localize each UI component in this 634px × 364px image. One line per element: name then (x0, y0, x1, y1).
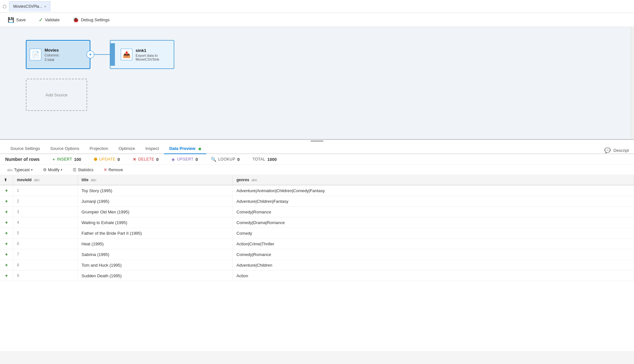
row-title-3: Waiting to Exhale (1995) (77, 217, 232, 228)
insert-stat: + INSERT 100 (53, 157, 81, 162)
row-plus-8[interactable]: + (0, 271, 13, 281)
table-row: + 4 Waiting to Exhale (1995) Comedy|Dram… (0, 217, 634, 228)
total-value: 1000 (267, 157, 277, 162)
row-movieid-3: 4 (13, 217, 77, 228)
title-bar: ⬡ MoviesCSVPla... × (0, 0, 634, 13)
source-node-add[interactable]: + (87, 51, 94, 58)
remove-button[interactable]: ✕ Remove (102, 167, 125, 173)
app-icon: ⬡ (3, 4, 6, 9)
validate-button[interactable]: ✓ Validate (36, 15, 62, 24)
row-movieid-7: 8 (13, 260, 77, 271)
description-label: Descript (613, 148, 629, 153)
row-plus-5[interactable]: + (0, 239, 13, 249)
row-genres-4: Comedy (232, 228, 634, 239)
sink-node-title: sink1 (136, 48, 170, 53)
row-movieid-6: 7 (13, 249, 77, 260)
row-plus-4[interactable]: + (0, 228, 13, 239)
row-plus-7[interactable]: + (0, 260, 13, 271)
modify-chevron-icon: ▾ (61, 168, 62, 172)
update-stat: UPDATE 0 (94, 157, 120, 162)
modify-icon: ⚙ (43, 167, 47, 172)
modify-button[interactable]: ⚙ Modify ▾ (41, 167, 64, 173)
tab-data-preview[interactable]: Data Preview (164, 143, 206, 154)
sink-node-desc: Export data to MovieCSVSink (136, 54, 170, 61)
row-title-6: Sabrina (1995) (77, 249, 232, 260)
checkmark-icon: ✓ (39, 17, 43, 23)
row-genres-1: Adventure|Children|Fantasy (232, 196, 634, 207)
row-genres-7: Adventure|Children (232, 260, 634, 271)
lookup-icon: 🔍 (211, 157, 216, 162)
num-rows-stat: Number of rows (5, 157, 40, 162)
col-header-movieid[interactable]: movieId abc (13, 175, 77, 185)
tab-optimize[interactable]: Optimize (113, 143, 140, 154)
row-title-4: Father of the Bride Part II (1995) (77, 228, 232, 239)
typecast-icon: abc (7, 168, 13, 172)
data-table-wrap: ⬆ movieId abc title abc genres abc (0, 175, 634, 351)
delete-stat: ✕ DELETE 0 (133, 157, 158, 162)
row-plus-1[interactable]: + (0, 196, 13, 207)
row-title-7: Tom and Huck (1995) (77, 260, 232, 271)
table-row: + 3 Grumpier Old Men (1995) Comedy|Roman… (0, 207, 634, 217)
row-plus-0[interactable]: + (0, 185, 13, 196)
tab-source-settings[interactable]: Source Settings (5, 143, 45, 154)
row-plus-6[interactable]: + (0, 249, 13, 260)
tab-movies-csv[interactable]: MoviesCSVPla... × (9, 1, 50, 12)
table-row: + 5 Father of the Bride Part II (1995) C… (0, 228, 634, 239)
statistics-button[interactable]: ☰ Statistics (71, 167, 95, 173)
row-genres-2: Comedy|Romance (232, 207, 634, 217)
statistics-icon: ☰ (73, 167, 77, 172)
typecast-button[interactable]: abc Typecast ▾ (5, 167, 35, 173)
debug-settings-button[interactable]: 🐞 Debug Settings (70, 15, 112, 24)
save-button[interactable]: 💾 Save (5, 15, 28, 24)
data-toolbar: abc Typecast ▾ ⚙ Modify ▾ ☰ Statistics ✕… (0, 165, 634, 175)
debug-icon: 🐞 (73, 17, 79, 23)
row-title-1: Jumanji (1995) (77, 196, 232, 207)
row-genres-6: Comedy|Romance (232, 249, 634, 260)
col-header-genres[interactable]: genres abc (232, 175, 634, 185)
row-title-2: Grumpier Old Men (1995) (77, 207, 232, 217)
tab-inspect[interactable]: Inspect (140, 143, 164, 154)
row-genres-8: Action (232, 271, 634, 281)
table-row: + 2 Jumanji (1995) Adventure|Children|Fa… (0, 196, 634, 207)
insert-label: INSERT (57, 157, 72, 162)
remove-icon: ✕ (104, 167, 107, 172)
insert-value: 100 (74, 157, 81, 162)
table-row: + 9 Sudden Death (1995) Action (0, 271, 634, 281)
delete-value: 0 (156, 157, 158, 162)
canvas-scrollbar[interactable] (631, 27, 634, 139)
source-node-title: Movies (45, 48, 59, 53)
row-plus-2[interactable]: + (0, 207, 13, 217)
tabs-right: 💬 Descript (604, 147, 629, 153)
sink-node-icon: 📤 (121, 49, 132, 60)
tab-projection[interactable]: Projection (84, 143, 113, 154)
toolbar: 💾 Save ✓ Validate 🐞 Debug Settings (0, 13, 634, 27)
source-node-col-label: Columns: (45, 53, 59, 57)
add-source-button[interactable]: Add Source (26, 79, 87, 111)
row-plus-3[interactable]: + (0, 217, 13, 228)
delete-icon: ✕ (133, 157, 136, 162)
source-node-icon: 📄 (30, 49, 41, 60)
source-node-info: Movies Columns: 3 total (45, 48, 59, 62)
row-movieid-4: 5 (13, 228, 77, 239)
save-icon: 💾 (8, 17, 14, 23)
delete-label: DELETE (138, 157, 154, 162)
total-stat: TOTAL 1000 (252, 157, 277, 162)
source-node[interactable]: 📄 Movies Columns: 3 total + (26, 40, 90, 69)
close-icon[interactable]: × (44, 5, 46, 8)
update-icon (94, 158, 97, 161)
tab-source-options[interactable]: Source Options (45, 143, 85, 154)
stats-bar: Number of rows + INSERT 100 UPDATE 0 ✕ D… (0, 154, 634, 165)
typecast-chevron-icon: ▾ (31, 168, 33, 172)
col-header-title[interactable]: title abc (77, 175, 232, 185)
upsert-label: UPSERT (177, 157, 193, 162)
row-genres-5: Action|Crime|Thriller (232, 239, 634, 249)
sort-icon: ⬆ (4, 178, 7, 182)
update-value: 0 (118, 157, 120, 162)
upsert-value: 0 (196, 157, 198, 162)
chat-icon: 💬 (604, 147, 611, 153)
tabs-bar: Source Settings Source Options Projectio… (0, 140, 634, 154)
row-movieid-1: 2 (13, 196, 77, 207)
col-header-sort[interactable]: ⬆ (0, 175, 13, 185)
sink-node[interactable]: 📤 sink1 Export data to MovieCSVSink (110, 40, 174, 69)
num-rows-label: Number of rows (5, 157, 40, 162)
